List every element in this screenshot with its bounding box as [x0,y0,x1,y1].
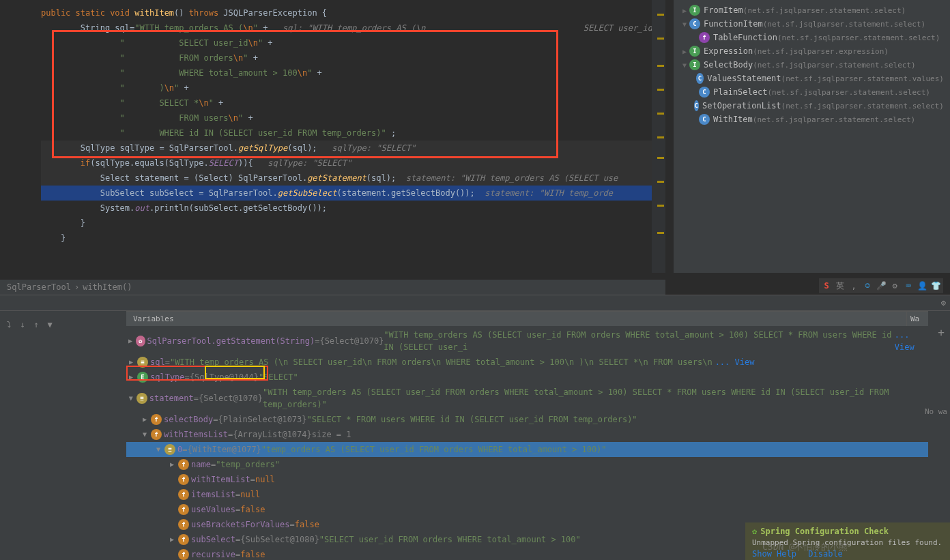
watermark-text: CSDN @不怕冷的小熊 [762,541,848,553]
structure-tree-item[interactable]: ▼CFunctionItem (net.sf.jsqlparser.statem… [677,17,947,31]
tree-arrow-icon[interactable] [689,74,696,83]
enum-constant: SELECT [209,158,238,168]
var-type: {WithItem@1077} [187,443,261,456]
operator: + [248,113,253,123]
escape-char: \n [164,83,174,93]
escape-char: \n [298,68,307,78]
minimap-marker [657,38,664,40]
variable-row[interactable]: fuseValues = false [126,502,928,517]
breadcrumb-item[interactable]: SqlParserTool [7,282,71,292]
escape-char: \n [233,53,243,63]
tree-arrow-icon[interactable] [689,87,699,97]
structure-tree-item[interactable]: ▶IFromItem (net.sf.jsqlparser.statement.… [677,3,947,17]
skin-icon[interactable]: 👕 [930,280,941,291]
tree-arrow-icon[interactable]: ▼ [680,60,689,70]
structure-tree-item[interactable]: CWithItem (net.sf.jsqlparser.statement.s… [677,113,947,126]
expand-arrow-icon[interactable]: ▶ [167,533,177,546]
method-name: withItem [134,8,174,18]
variable-row[interactable]: ▼≡statement = {Select@1070} "WITH temp_o… [126,385,928,412]
variable-row[interactable]: ▼fwithItemsList = {ArrayList@1074} size … [126,427,928,442]
string-literal: " FROM users [120,113,229,123]
var-type: {Select@1070} [319,335,384,347]
step-over-icon[interactable]: ⤵ [3,319,14,330]
gear-icon[interactable]: ⚙ [941,298,946,308]
ime-toolbar[interactable]: S 英 , ☺ 🎤 ⚙ ⌨ 👤 👕 [819,278,943,293]
variable-row[interactable]: ▼≡0 = {WithItem@1077} "temp_orders AS (S… [126,442,928,457]
variable-type-icon: f [151,414,162,425]
code-text: .println(subSelect.getSelectBody()); [149,203,327,213]
sogou-icon[interactable]: S [821,280,832,291]
operator: ; [386,128,396,138]
structure-tree-item[interactable]: CSetOperationList (net.sf.jsqlparser.sta… [677,99,947,113]
view-link[interactable]: ... View [715,356,755,368]
structure-tree-item[interactable]: fTableFunction (net.sf.jsqlparser.statem… [677,31,947,44]
code-editor[interactable]: public static void withItem() throws JSQ… [0,0,665,273]
variable-row[interactable]: ▶fselectBody = {PlainSelect@1073} "SELEC… [126,412,928,427]
static-method: getSqlType [238,143,287,153]
structure-panel: ▶IFromItem (net.sf.jsqlparser.statement.… [674,0,950,273]
var-value: "WITH temp_orders AS (\n SELECT user_id\… [170,356,712,368]
comma-icon[interactable]: , [848,280,859,291]
variable-type-icon: E [137,372,148,383]
expand-arrow-icon[interactable]: ▼ [126,392,135,404]
expand-arrow-icon[interactable]: ▶ [140,413,149,426]
var-value: false [295,518,319,531]
code-text [41,68,120,78]
minimap-marker [657,232,664,234]
expand-arrow-icon[interactable]: ▶ [167,458,177,471]
escape-char: \n [199,98,208,108]
variable-row[interactable]: ▶✿SqlParserTool.getStatement(String) = {… [126,327,928,355]
view-link[interactable]: ... View [895,329,928,353]
up-arrow-icon[interactable]: ↑ [31,319,42,330]
tree-arrow-icon[interactable]: ▶ [680,5,689,15]
var-name: withItemList [191,473,250,486]
variable-row[interactable]: ▶fname = "temp_orders" [126,457,928,472]
expand-arrow-icon[interactable]: ▶ [126,356,136,368]
breadcrumb-item[interactable]: withItem() [83,282,132,292]
variable-row[interactable]: ▶EsqlType = {SqlType@1044} "SELECT" [126,370,928,385]
variable-row[interactable]: ▶≡sql = "WITH temp_orders AS (\n SELECT … [126,355,928,370]
tree-arrow-icon[interactable] [689,115,699,124]
variable-row[interactable]: fwithItemList = null [126,472,928,487]
expand-arrow-icon[interactable]: ▶ [126,371,136,383]
filter-icon[interactable]: ▼ [44,319,55,330]
structure-tree-item[interactable]: CPlainSelect (net.sf.jsqlparser.statemen… [677,85,947,99]
tree-label: SetOperationList [702,101,781,110]
var-equals: = [235,488,240,501]
tree-package: (net.sf.jsqlparser.statement.select) [753,115,915,124]
tree-arrow-icon[interactable] [689,33,699,42]
expand-arrow-icon[interactable]: ▼ [154,443,163,456]
tree-label: WithItem [713,115,753,124]
structure-tree-item[interactable]: ▶IExpression (net.sf.jsqlparser.expressi… [677,44,947,58]
code-text [41,83,120,93]
keyboard-icon[interactable]: ⌨ [903,280,914,291]
tree-label: TableFunction [713,33,777,42]
tree-arrow-icon[interactable]: ▶ [680,46,689,56]
variable-row[interactable]: fitemsList = null [126,487,928,502]
escape-char: \n [248,38,257,48]
settings-icon[interactable]: ⚙ [889,280,900,291]
variable-type-icon: f [178,549,189,560]
structure-tree-item[interactable]: CValuesStatement (net.sf.jsqlparser.stat… [677,72,947,85]
mic-icon[interactable]: 🎤 [876,280,887,291]
tree-arrow-icon[interactable] [689,101,694,110]
class-type-icon: C [699,114,710,125]
code-text [41,53,120,63]
user-icon[interactable]: 👤 [917,280,927,291]
structure-tree-item[interactable]: ▼ISelectBody (net.sf.jsqlparser.statemen… [677,58,947,72]
expand-arrow-icon[interactable]: ▼ [140,428,149,441]
language-indicator[interactable]: 英 [835,280,846,291]
var-equals: = [194,392,199,404]
closing-brace: } [41,231,652,246]
add-watch-icon[interactable]: + [938,326,945,339]
inline-hint: sql: "WITH temp_orders AS (\n SELECT use… [268,23,662,33]
class-type-icon: I [689,46,700,57]
var-value: null [240,488,260,501]
down-arrow-icon[interactable]: ↓ [17,319,28,330]
tree-arrow-icon[interactable]: ▼ [680,19,689,29]
tree-label: Expression [704,46,753,56]
expand-arrow-icon[interactable]: ▶ [126,335,134,347]
editor-minimap[interactable] [652,0,665,273]
smile-icon[interactable]: ☺ [862,280,873,291]
code-text: (sql); [287,143,317,153]
